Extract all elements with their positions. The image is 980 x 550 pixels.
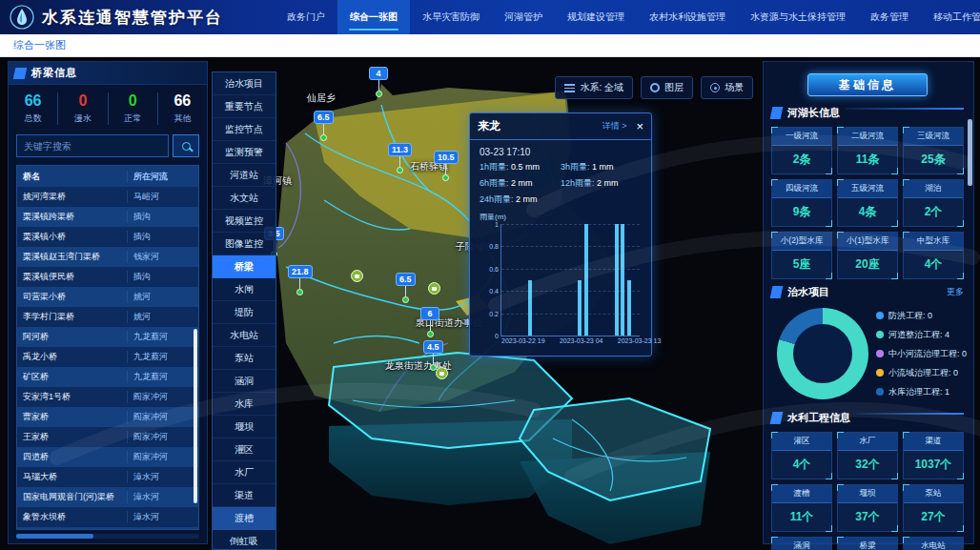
layer-item-堤防[interactable]: 堤防 xyxy=(213,301,276,324)
rainfall-pin[interactable]: 6.5 xyxy=(314,111,334,141)
map-control-2[interactable]: 场景 xyxy=(701,76,753,99)
search-input[interactable] xyxy=(16,134,169,157)
table-row[interactable]: 栗溪镇赵玉湾门渠桥钱家河 xyxy=(17,247,198,267)
layer-item-监测预警[interactable]: 监测预警 xyxy=(213,141,276,164)
river-card[interactable]: 四级河流9条 xyxy=(771,179,832,227)
rainfall-pin[interactable]: 6 xyxy=(420,307,439,337)
pin-dot-icon xyxy=(397,167,403,173)
bridge-stat-2[interactable]: 0正常 xyxy=(109,92,158,125)
table-row[interactable]: 象管水坝桥漳水河 xyxy=(17,507,198,527)
table-row[interactable]: 国家电网观音门(河)渠桥漳水河 xyxy=(17,487,198,507)
layer-item-图像监控[interactable]: 图像监控 xyxy=(213,233,276,255)
table-row[interactable]: 临泉5号提水桥漳水河 xyxy=(17,527,198,530)
map-control-label: 图层 xyxy=(664,81,684,94)
works-card[interactable]: 堰坝37个 xyxy=(837,484,898,532)
table-row[interactable]: 司营渠小桥姚河 xyxy=(17,287,198,307)
table-row[interactable]: 马瑙大桥漳水河 xyxy=(17,467,198,487)
table-hscrollbar[interactable] xyxy=(16,534,199,539)
bridge-name-cell: 栗溪镇便民桥 xyxy=(17,271,128,283)
layer-item-渡槽[interactable]: 渡槽渡槽 xyxy=(213,507,276,530)
layer-item-倒虹吸[interactable]: 倒虹吸 xyxy=(213,530,276,550)
rainfall-pin[interactable]: 10.5 xyxy=(434,151,459,181)
nav-item-5[interactable]: 农村水利设施管理 xyxy=(637,0,738,34)
layer-item-水库[interactable]: 水库 xyxy=(213,393,276,416)
table-row[interactable]: 曹家桥阎家冲河 xyxy=(17,407,198,427)
nav-item-4[interactable]: 规划建设管理 xyxy=(555,0,637,34)
works-card[interactable]: 水厂32个 xyxy=(837,432,898,479)
nav-item-2[interactable]: 水旱灾害防御 xyxy=(410,0,492,34)
layer-item-灌区[interactable]: 灌区 xyxy=(213,438,276,461)
table-row[interactable]: 李学村门渠桥姚河 xyxy=(17,307,198,327)
layer-item-水厂[interactable]: 水厂 xyxy=(213,461,276,484)
rainfall-pin[interactable]: 21.8 xyxy=(288,265,313,295)
table-row[interactable]: 栗溪镇便民桥插沟 xyxy=(17,267,198,287)
map-stage[interactable]: 仙居乡漳河镇石桥驿镇子陵铺镇泉口街道办事处龙泉街道办事处 46.511.310.… xyxy=(0,57,980,550)
bridge-stat-0[interactable]: 66总数 xyxy=(9,92,58,125)
nav-item-6[interactable]: 水资源与水土保持管理 xyxy=(738,0,858,34)
map-control-1[interactable]: 图层 xyxy=(641,76,693,99)
layer-item-泵站[interactable]: 泵站 xyxy=(213,347,276,370)
works-card[interactable]: 泵站27个 xyxy=(903,484,964,532)
bridge-stat-3[interactable]: 66其他 xyxy=(158,92,207,125)
legend-label: 水库治理工程: 1 xyxy=(888,386,949,398)
works-card[interactable]: 渡槽11个 xyxy=(771,484,832,532)
nav-item-3[interactable]: 河湖管护 xyxy=(492,0,555,34)
table-row[interactable]: 栗溪镇小桥插沟 xyxy=(17,227,198,247)
search-button[interactable] xyxy=(173,134,199,157)
layer-item-河道站[interactable]: 河道站 xyxy=(213,164,276,187)
nav-item-7[interactable]: 政务管理 xyxy=(858,0,921,34)
layer-item-视频监控[interactable]: 视频监控 xyxy=(213,210,276,233)
layer-item-治水项目[interactable]: 治水项目 xyxy=(213,72,276,95)
layer-item-堰坝[interactable]: 堰坝 xyxy=(213,416,276,438)
table-row[interactable]: 四道桥阎家冲河 xyxy=(17,447,198,467)
close-icon[interactable]: × xyxy=(636,120,643,132)
layer-item-监控节点[interactable]: 监控节点 xyxy=(213,118,276,141)
table-row[interactable]: 阿河桥九龙蔡河 xyxy=(17,327,198,347)
table-row[interactable]: 安家湾1号桥阎家冲河 xyxy=(17,387,198,407)
layer-item-涵洞[interactable]: 涵洞 xyxy=(213,370,276,393)
popup-details-link[interactable]: 详情 > xyxy=(602,120,627,132)
table-row[interactable]: 王家桥阎家冲河 xyxy=(17,427,198,447)
river-card[interactable]: 中型水库4个 xyxy=(903,232,964,279)
river-name-cell: 插沟 xyxy=(128,231,198,243)
river-card[interactable]: 小(2)型水库5座 xyxy=(771,232,832,279)
rainfall-pin[interactable]: 4 xyxy=(369,67,388,97)
layer-item-水闸[interactable]: 水闸 xyxy=(213,278,276,301)
river-card[interactable]: 二级河流11条 xyxy=(837,127,898,174)
map-control-0[interactable]: 水系: 全域 xyxy=(555,76,633,99)
table-row[interactable]: 姚河湾渠桥马峪河 xyxy=(17,187,198,207)
nav-item-0[interactable]: 政务门户 xyxy=(275,0,337,34)
works-card[interactable]: 灌区4个 xyxy=(771,432,832,479)
nav-item-8[interactable]: 移动工作管理 xyxy=(921,0,980,34)
layer-item-渠道[interactable]: 渠道 xyxy=(213,484,276,507)
table-row[interactable]: 禹龙小桥九龙蔡河 xyxy=(17,347,198,367)
rainfall-pin[interactable]: 6.5 xyxy=(396,273,416,303)
river-card[interactable]: 小(1)型水库20座 xyxy=(837,232,898,279)
works-card[interactable]: 水电站3个 xyxy=(903,537,964,550)
table-row[interactable]: 矿区桥九龙蔡河 xyxy=(17,367,198,387)
table-scrollbar[interactable] xyxy=(194,329,197,503)
video-marker-icon[interactable] xyxy=(428,282,440,295)
panel-scrollbar[interactable] xyxy=(968,119,972,186)
basic-info-button[interactable]: 基础信息 xyxy=(807,73,928,96)
layer-item-桥梁[interactable]: 桥梁 xyxy=(213,255,276,278)
video-marker-icon[interactable] xyxy=(436,367,448,379)
pin-dot-icon xyxy=(427,331,434,337)
nav-item-1[interactable]: 综合一张图 xyxy=(337,0,410,34)
rainfall-pin[interactable]: 11.3 xyxy=(388,143,412,173)
layer-item-重要节点[interactable]: 重要节点 xyxy=(213,95,276,118)
river-card[interactable]: 一级河流2条 xyxy=(771,127,832,174)
layer-item-水文站[interactable]: 水文站 xyxy=(213,187,276,210)
river-card[interactable]: 五级河流4条 xyxy=(837,179,898,227)
river-card[interactable]: 湖泊2个 xyxy=(903,179,964,227)
breadcrumb-item[interactable]: 综合一张图 xyxy=(13,38,66,52)
works-card[interactable]: 渠道1037个 xyxy=(903,432,964,479)
layer-item-水电站[interactable]: 水电站 xyxy=(213,324,276,347)
bridge-stat-1[interactable]: 0漫水 xyxy=(58,92,108,125)
projects-more-link[interactable]: 更多 xyxy=(947,286,964,298)
works-card[interactable]: 涵洞47个 xyxy=(771,537,832,550)
video-marker-icon[interactable] xyxy=(351,270,363,282)
river-card[interactable]: 三级河流25条 xyxy=(903,127,964,174)
works-card[interactable]: 桥梁66个 xyxy=(837,537,898,550)
table-row[interactable]: 栗溪镇跨渠桥插沟 xyxy=(17,207,198,227)
